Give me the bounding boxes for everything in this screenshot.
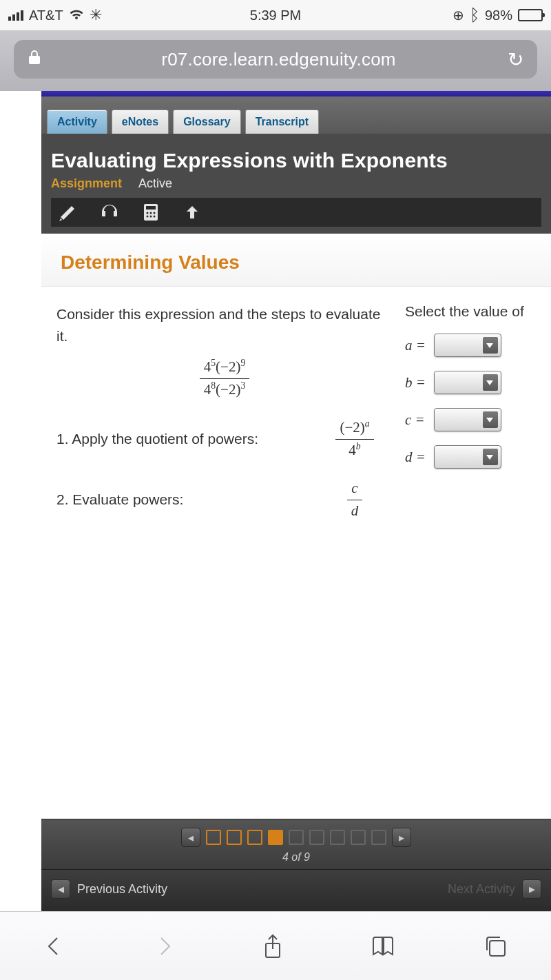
- assignment-status: Active: [138, 176, 172, 190]
- page-4[interactable]: [268, 830, 283, 845]
- svg-point-6: [150, 216, 152, 218]
- tool-row: [51, 198, 541, 227]
- chevron-left-icon: ◂: [51, 879, 70, 899]
- next-activity-label: Next Activity: [448, 882, 515, 897]
- bluetooth-icon: ᛒ: [470, 6, 479, 25]
- svg-point-2: [147, 212, 149, 214]
- collapse-icon[interactable]: [182, 202, 202, 223]
- progress-strip: [41, 91, 551, 96]
- page-9[interactable]: [371, 830, 386, 845]
- svg-point-7: [154, 216, 156, 218]
- battery-icon: [518, 9, 543, 21]
- page-8[interactable]: [351, 830, 366, 845]
- share-icon[interactable]: [260, 932, 285, 960]
- forward-icon: [152, 934, 176, 959]
- assignment-label: Assignment: [51, 176, 122, 190]
- lock-icon: [28, 49, 41, 70]
- safari-toolbar: [0, 911, 551, 980]
- page-6[interactable]: [309, 830, 324, 845]
- step1-expression: (−2)a 4b: [317, 417, 393, 461]
- next-activity-button: Next Activity ▸: [448, 879, 541, 899]
- clock: 5:39 PM: [187, 8, 365, 23]
- dropdown-d[interactable]: [434, 445, 501, 469]
- carrier-label: AT&T: [29, 8, 63, 23]
- url-bar[interactable]: r07.core.learn.edgenuity.com ↻: [14, 40, 537, 79]
- previous-activity-button[interactable]: ◂ Previous Activity: [51, 879, 167, 899]
- signal-icon: [8, 10, 23, 21]
- loading-icon: ✳︎: [90, 6, 102, 24]
- page-1[interactable]: [206, 830, 221, 845]
- rotation-lock-icon: ⊕: [453, 7, 464, 23]
- dropdown-b[interactable]: [434, 371, 501, 394]
- dropdown-a[interactable]: [434, 334, 501, 357]
- tab-transcript[interactable]: Transcript: [245, 110, 319, 134]
- prompt-text: Consider this expression and the steps t…: [56, 303, 393, 347]
- chevron-right-icon: ▸: [522, 879, 541, 899]
- wifi-icon: [69, 9, 84, 21]
- pager-prev[interactable]: ◂: [181, 828, 200, 847]
- card-title: Determining Values: [61, 252, 532, 274]
- pager-next[interactable]: ▸: [392, 828, 411, 847]
- step2-expression: cd: [317, 478, 393, 522]
- svg-point-4: [154, 212, 156, 214]
- var-a-label: a =: [405, 337, 434, 354]
- svg-rect-10: [490, 941, 505, 956]
- calculator-icon[interactable]: [141, 202, 161, 223]
- page-3[interactable]: [247, 830, 262, 845]
- var-b-label: b =: [405, 374, 434, 391]
- browser-chrome: r07.core.learn.edgenuity.com ↻: [0, 30, 551, 91]
- status-bar: AT&T ✳︎ 5:39 PM ⊕ ᛒ 98%: [0, 0, 551, 30]
- tabs-icon[interactable]: [481, 934, 509, 959]
- previous-activity-label: Previous Activity: [77, 882, 167, 897]
- svg-point-3: [150, 212, 152, 214]
- var-d-label: d =: [405, 449, 434, 466]
- var-c-label: c =: [405, 411, 434, 429]
- reload-icon[interactable]: ↻: [508, 48, 523, 71]
- page-2[interactable]: [227, 830, 242, 845]
- page-7[interactable]: [330, 830, 345, 845]
- lesson-tabs: Activity eNotes Glossary Transcript: [41, 96, 551, 134]
- back-icon[interactable]: [42, 934, 67, 959]
- page-navigator: ◂ ▸ 4 of 9: [41, 819, 551, 869]
- bookmarks-icon[interactable]: [369, 934, 397, 959]
- headphones-icon[interactable]: [99, 202, 120, 223]
- left-gutter: [0, 91, 41, 911]
- dropdown-c[interactable]: [434, 408, 501, 431]
- svg-point-5: [147, 216, 149, 218]
- url-text: r07.core.learn.edgenuity.com: [50, 49, 508, 70]
- lesson-title: Evaluating Expressions with Exponents: [51, 149, 541, 172]
- tab-glossary[interactable]: Glossary: [173, 110, 240, 134]
- page-5[interactable]: [289, 830, 304, 845]
- page-count: 4 of 9: [41, 851, 551, 864]
- step1-label: 1. Apply the quotient of powers:: [56, 428, 317, 450]
- highlighter-icon[interactable]: [58, 202, 79, 223]
- step2-label: 2. Evaluate powers:: [56, 489, 317, 511]
- main-expression: 45(−2)9 48(−2)3: [56, 356, 393, 400]
- battery-percent: 98%: [485, 8, 512, 23]
- svg-rect-1: [146, 206, 156, 210]
- select-prompt: Select the value of: [405, 303, 536, 320]
- tab-enotes[interactable]: eNotes: [112, 110, 169, 134]
- tab-activity[interactable]: Activity: [47, 110, 107, 134]
